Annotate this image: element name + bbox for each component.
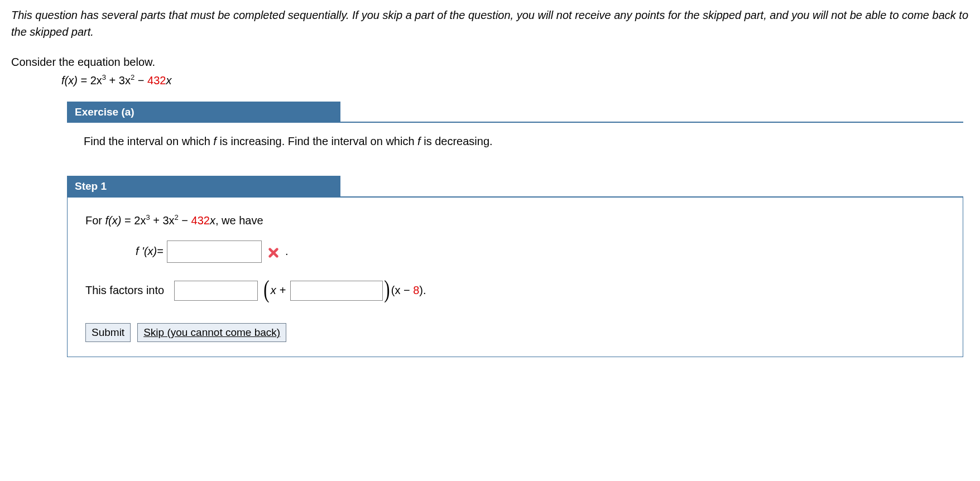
prompt-text: Consider the equation below. (11, 56, 969, 69)
period-text: . (285, 245, 289, 258)
fprime-row: f '(x) = . (136, 240, 945, 263)
equation-lhs: f(x) (61, 74, 78, 86)
submit-button[interactable]: Submit (85, 323, 131, 342)
equation-display: f(x) = 2x3 + 3x2 − 432x (61, 73, 969, 87)
factor-coeff-input[interactable] (174, 281, 258, 301)
exercise-header: Exercise (a) (67, 102, 963, 123)
factors-row: This factors into ( x + ) (x − 8). (85, 278, 945, 303)
step-header: Step 1 (67, 176, 963, 198)
step-body: For f(x) = 2x3 + 3x2 − 432x, we have f '… (67, 198, 963, 357)
equation-rhs: 2x3 + 3x2 − 432x (90, 74, 172, 86)
step-tab: Step 1 (67, 176, 340, 198)
factor-root-input[interactable] (290, 281, 383, 301)
skip-button[interactable]: Skip (you cannot come back) (137, 323, 286, 342)
fprime-label: f '(x) (136, 245, 157, 258)
equation-inline: f(x) (105, 214, 124, 227)
fprime-input[interactable] (167, 240, 262, 263)
incorrect-x-icon (267, 243, 280, 260)
exercise-tab: Exercise (a) (67, 102, 340, 123)
step-line-1: For f(x) = 2x3 + 3x2 − 432x, we have (85, 213, 945, 227)
x-plus-text: x + (271, 284, 286, 297)
tail-expression: (x − 8). (391, 284, 426, 297)
factors-text: This factors into (85, 284, 164, 297)
exercise-body: Find the interval on which f is increasi… (67, 123, 963, 153)
sequential-instructions: This question has several parts that mus… (11, 7, 969, 40)
close-paren-icon: ) (384, 277, 390, 302)
open-paren-icon: ( (263, 277, 269, 302)
